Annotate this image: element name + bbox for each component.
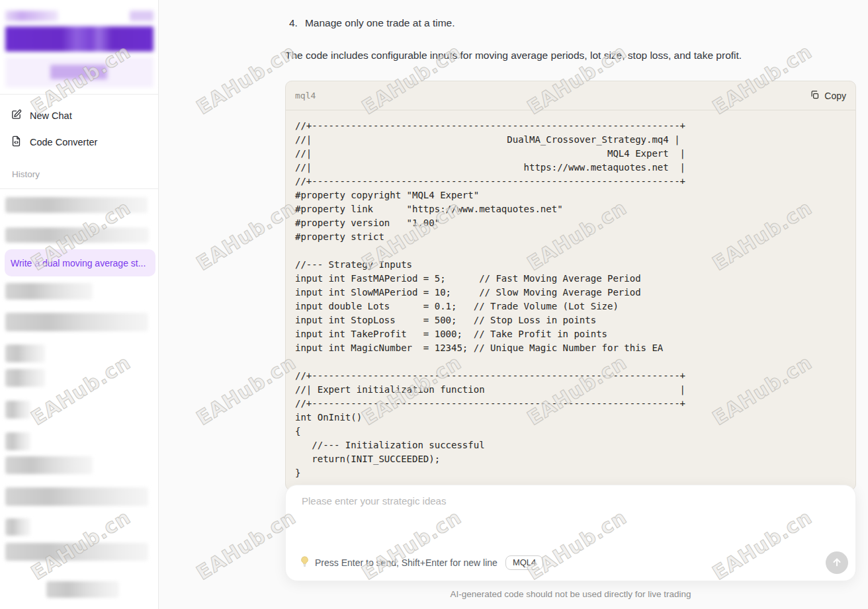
- history-item-blurred[interactable]: [5, 432, 30, 450]
- history-item-blurred[interactable]: [5, 456, 93, 474]
- list-item-text: Manage only one trade at a time.: [305, 17, 455, 29]
- watermark-text: EAHub.cn: [193, 350, 300, 430]
- history-item-blurred[interactable]: [5, 313, 148, 331]
- code-language-label: mql4: [295, 91, 316, 101]
- divider: [0, 188, 159, 189]
- history-item-blurred[interactable]: [5, 227, 149, 243]
- language-badge[interactable]: MQL4: [505, 555, 543, 570]
- sidebar-item-code-converter[interactable]: Code Converter: [11, 136, 97, 149]
- sidebar-item-label: Code Converter: [30, 137, 97, 147]
- composer-card: Press Enter to send, Shift+Enter for new…: [285, 485, 856, 581]
- copy-button[interactable]: Copy: [810, 90, 846, 102]
- arrow-up-icon: [831, 556, 843, 570]
- new-chat-icon: [11, 109, 22, 122]
- disclaimer-text: AI-generated code should not be used dir…: [285, 589, 856, 599]
- history-item-blurred[interactable]: [5, 543, 148, 561]
- divider: [0, 94, 159, 95]
- logo-blur-block: [130, 11, 153, 21]
- copy-icon: [810, 90, 820, 102]
- code-content: //+-------------------------------------…: [286, 110, 855, 489]
- history-section-label: History: [12, 169, 40, 179]
- sidebar: New Chat Code Converter History Write a …: [0, 0, 159, 609]
- composer-hint-text: Press Enter to send, Shift+Enter for new…: [315, 557, 498, 568]
- logo-blur-block: [50, 65, 107, 79]
- message-input[interactable]: [302, 495, 841, 542]
- logo-blur-block: [5, 26, 153, 52]
- history-item-blurred[interactable]: [5, 487, 148, 506]
- watermark-text: EAHub.cn: [193, 40, 300, 119]
- sidebar-item-new-chat[interactable]: New Chat: [11, 109, 72, 122]
- history-item-blurred[interactable]: [5, 197, 148, 213]
- history-item-blurred[interactable]: [5, 283, 93, 300]
- history-item-blurred[interactable]: [5, 518, 30, 536]
- assistant-list-item: 4. Manage only one trade at a time.: [289, 17, 455, 29]
- copy-label: Copy: [824, 91, 846, 101]
- code-block-header: mql4 Copy: [286, 81, 855, 110]
- watermark-text: EAHub.cn: [193, 196, 300, 275]
- history-item-blurred[interactable]: [5, 401, 30, 419]
- logo-blur-block: [5, 11, 58, 21]
- assistant-paragraph: The code includes configurable inputs fo…: [285, 50, 788, 61]
- composer-hint-row: Press Enter to send, Shift+Enter for new…: [300, 555, 543, 570]
- history-item-active[interactable]: Write a dual moving average st...: [5, 249, 155, 276]
- list-item-number: 4.: [289, 17, 298, 29]
- sidebar-item-label: New Chat: [30, 110, 72, 121]
- history-item-blurred[interactable]: [5, 369, 45, 387]
- history-item-blurred[interactable]: [5, 345, 45, 362]
- send-button[interactable]: [826, 551, 848, 574]
- code-block: mql4 Copy //+---------------------------…: [285, 81, 856, 491]
- code-file-icon: [11, 136, 22, 149]
- watermark-text: EAHub.cn: [193, 505, 300, 585]
- history-item-blurred[interactable]: [46, 581, 119, 598]
- lightbulb-icon: [300, 556, 310, 570]
- app-logo: [0, 0, 159, 90]
